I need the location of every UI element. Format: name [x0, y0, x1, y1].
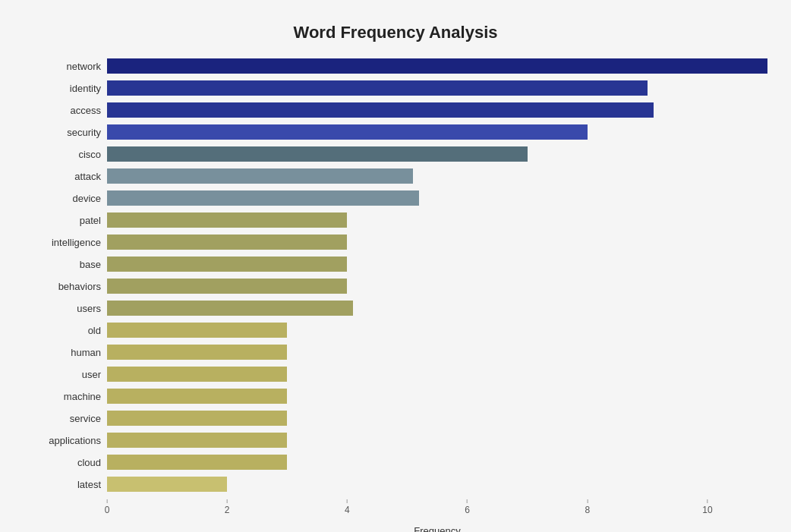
bar-label: applications [24, 435, 107, 446]
bar-row: cisco [24, 144, 767, 164]
bar-row: device [24, 188, 767, 208]
x-tick-line [707, 499, 707, 503]
bar-track [107, 212, 767, 228]
bar-track [107, 58, 767, 74]
bar-row: base [24, 254, 767, 274]
x-tick: 10 [702, 499, 712, 515]
bar-track [107, 389, 767, 404]
bar-row: patel [24, 210, 767, 230]
bar-track [107, 279, 767, 294]
bar-fill [107, 80, 648, 96]
bar-track [107, 80, 767, 96]
bar-track [107, 323, 767, 338]
bar-fill [107, 323, 287, 338]
bar-label: base [24, 259, 107, 270]
bar-label: cloud [24, 457, 107, 468]
bar-label: user [24, 369, 107, 380]
bar-track [107, 190, 767, 206]
bar-row: access [24, 100, 767, 120]
bar-label: access [24, 105, 107, 116]
x-tick-line [227, 499, 228, 503]
x-axis-container: 0246810 [24, 499, 767, 522]
x-tick: 6 [465, 499, 470, 515]
bar-track [107, 102, 767, 118]
bar-fill [107, 124, 588, 140]
bar-label: patel [24, 215, 107, 226]
chart-area: networkidentityaccesssecurityciscoattack… [24, 56, 767, 496]
bar-label: service [24, 413, 107, 424]
bar-fill [107, 367, 287, 382]
bar-track [107, 477, 767, 492]
bar-label: security [24, 127, 107, 138]
bar-row: intelligence [24, 232, 767, 252]
bar-label: intelligence [24, 237, 107, 248]
bar-row: attack [24, 166, 767, 186]
bar-label: network [24, 61, 107, 72]
bar-label: latest [24, 479, 107, 490]
bar-fill [107, 168, 413, 184]
bar-fill [107, 411, 287, 426]
bar-track [107, 257, 767, 272]
x-axis-label: Frequency [24, 525, 767, 532]
bar-label: human [24, 347, 107, 358]
bar-fill [107, 146, 528, 162]
bar-row: applications [24, 430, 767, 450]
bar-label: cisco [24, 149, 107, 160]
bar-row: security [24, 122, 767, 142]
x-tick-label: 0 [105, 505, 110, 515]
bar-fill [107, 301, 353, 316]
x-tick-line [467, 499, 468, 503]
x-tick: 0 [105, 499, 110, 515]
bar-label: machine [24, 391, 107, 402]
bar-row: identity [24, 78, 767, 98]
chart-title: Word Frequency Analysis [24, 23, 767, 42]
bar-track [107, 455, 767, 470]
bar-label: identity [24, 83, 107, 94]
bar-track [107, 168, 767, 184]
bar-fill [107, 433, 287, 448]
x-tick-label: 10 [702, 505, 712, 515]
bar-track [107, 411, 767, 426]
bar-row: network [24, 56, 767, 76]
bar-label: users [24, 303, 107, 314]
x-tick-label: 8 [585, 505, 590, 515]
x-tick-label: 2 [225, 505, 230, 515]
bar-row: user [24, 364, 767, 384]
bar-label: device [24, 193, 107, 204]
bar-fill [107, 212, 347, 228]
x-axis: 0246810 [107, 499, 767, 522]
bar-fill [107, 389, 287, 404]
x-tick-line [107, 499, 108, 503]
bar-fill [107, 257, 347, 272]
x-tick-line [347, 499, 348, 503]
bar-track [107, 345, 767, 360]
bar-track [107, 433, 767, 448]
bar-row: users [24, 298, 767, 318]
bar-row: machine [24, 386, 767, 406]
chart-container: Word Frequency Analysis networkidentitya… [8, 15, 783, 532]
bar-row: behaviors [24, 276, 767, 296]
bar-row: cloud [24, 452, 767, 472]
bar-track [107, 301, 767, 316]
bar-track [107, 367, 767, 382]
bar-fill [107, 279, 347, 294]
bar-fill [107, 345, 287, 360]
bar-fill [107, 455, 287, 470]
bar-row: human [24, 342, 767, 362]
bar-track [107, 124, 767, 140]
x-tick-label: 4 [345, 505, 350, 515]
bar-fill [107, 58, 767, 74]
bar-label: behaviors [24, 281, 107, 292]
bar-track [107, 235, 767, 250]
x-tick: 4 [345, 499, 350, 515]
x-tick-line [587, 499, 588, 503]
bar-label: attack [24, 171, 107, 182]
bar-row: latest [24, 474, 767, 494]
bar-fill [107, 477, 227, 492]
x-tick: 2 [225, 499, 230, 515]
bar-fill [107, 102, 654, 118]
x-tick-label: 6 [465, 505, 470, 515]
bar-row: service [24, 408, 767, 428]
bar-fill [107, 235, 347, 250]
bar-row: old [24, 320, 767, 340]
